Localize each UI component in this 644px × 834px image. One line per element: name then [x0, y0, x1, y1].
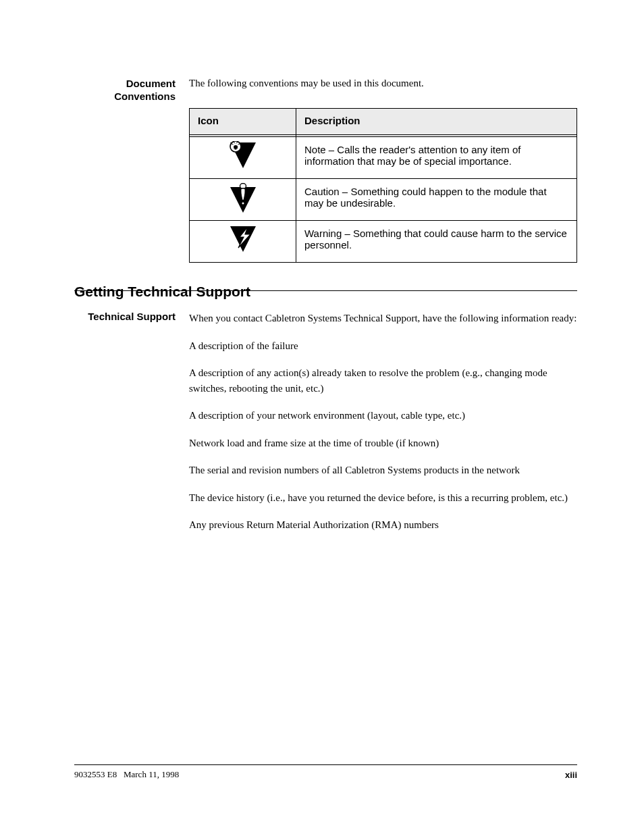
header-icon: Icon — [190, 109, 296, 132]
support-para: A description of your network environmen… — [189, 408, 577, 423]
support-para: Any previous Return Material Authorizati… — [189, 517, 577, 533]
support-heading: Getting Technical Support — [74, 284, 250, 300]
page-number: xiii — [565, 770, 577, 780]
row-desc: Caution – Something could happen to the … — [296, 179, 576, 215]
support-para: Network load and frame size at the time … — [189, 436, 577, 451]
svg-point-7 — [240, 184, 246, 189]
table-row: Warning – Something that could cause har… — [190, 221, 577, 263]
doc-number: 9032553 — [74, 769, 105, 779]
row-desc: Warning – Something that could cause har… — [296, 221, 576, 257]
support-para: A description of any action(s) already t… — [189, 365, 577, 396]
footer-docnum: 9032553 E8 March 11, 1998 — [74, 769, 179, 780]
table-row: Caution – Something could happen to the … — [190, 179, 577, 221]
doc-date: March 11, 1998 — [124, 769, 179, 779]
support-para: The device history (i.e., have you retur… — [189, 490, 577, 506]
table-header-row: Icon Description — [190, 109, 577, 135]
footer-rule — [74, 764, 577, 765]
svg-point-8 — [241, 202, 244, 205]
section-label-conventions: Document Conventions — [74, 78, 176, 103]
row-desc: Note – Calls the reader's attention to a… — [296, 137, 576, 174]
support-para: A description of the failure — [189, 338, 577, 354]
support-para: When you contact Cabletron Systems Techn… — [189, 311, 577, 326]
document-page: Document Conventions The following conve… — [0, 0, 644, 834]
section-label-support: Technical Support — [74, 311, 176, 323]
doc-rev: E8 — [107, 769, 117, 779]
intro-text: The following conventions may be used in… — [189, 78, 424, 89]
conventions-table: Icon Description — [189, 108, 577, 263]
support-body: When you contact Cabletron Systems Techn… — [189, 311, 577, 545]
support-heading-rule — [74, 290, 577, 291]
header-desc: Description — [296, 109, 576, 132]
note-icon — [225, 141, 261, 170]
table-row: Note – Calls the reader's attention to a… — [190, 137, 577, 179]
caution-icon — [225, 183, 261, 214]
support-para: The serial and revision numbers of all C… — [189, 463, 577, 478]
warning-icon — [225, 225, 261, 253]
